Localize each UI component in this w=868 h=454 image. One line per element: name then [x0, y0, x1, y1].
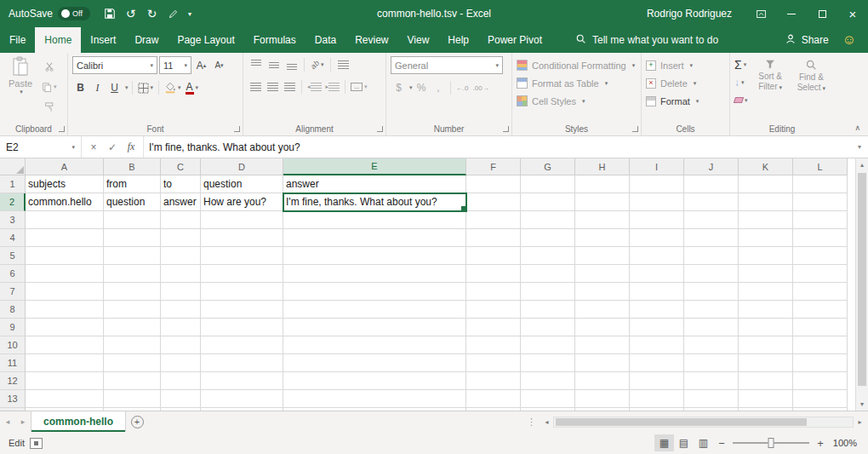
- cell-L4[interactable]: [793, 229, 848, 247]
- scroll-right-icon[interactable]: ▸: [854, 418, 866, 426]
- cell-B1[interactable]: from: [104, 175, 161, 193]
- row-header-10[interactable]: 10: [0, 336, 26, 354]
- conditional-formatting-button[interactable]: Conditional Formatting ▾: [517, 56, 637, 74]
- ribbon-display-options-icon[interactable]: [745, 0, 776, 27]
- autosum-button[interactable]: Σ▾: [734, 56, 748, 72]
- italic-button[interactable]: I: [89, 79, 106, 96]
- cell-K2[interactable]: [739, 193, 793, 211]
- cell-K3[interactable]: [739, 211, 793, 229]
- cell-J3[interactable]: [684, 211, 739, 229]
- collapse-ribbon-icon[interactable]: ∧: [847, 120, 868, 135]
- merge-center-icon[interactable]: ↔▾: [349, 78, 369, 95]
- cell-A3[interactable]: [26, 211, 104, 229]
- cell-E4[interactable]: [283, 229, 466, 247]
- cell-F5[interactable]: [466, 247, 521, 265]
- cell-C7[interactable]: [161, 283, 201, 301]
- row-header-8[interactable]: 8: [0, 301, 26, 319]
- scroll-down-icon[interactable]: ▾: [856, 398, 868, 411]
- cell-A11[interactable]: [26, 354, 104, 372]
- cell-B2[interactable]: question: [104, 193, 161, 211]
- cell-G8[interactable]: [521, 301, 575, 319]
- cell-E11[interactable]: [283, 354, 466, 372]
- cell-G6[interactable]: [521, 265, 575, 283]
- decrease-font-size-icon[interactable]: A▾: [211, 57, 227, 74]
- tab-power-pivot[interactable]: Power Pivot: [478, 27, 551, 53]
- increase-font-size-icon[interactable]: A▴: [193, 57, 209, 74]
- row-header-4[interactable]: 4: [0, 229, 26, 247]
- cell-K10[interactable]: [739, 336, 793, 354]
- cell-C8[interactable]: [161, 301, 201, 319]
- cell-I8[interactable]: [630, 301, 684, 319]
- row-header-13[interactable]: 13: [0, 390, 26, 408]
- middle-align-icon[interactable]: [266, 56, 282, 73]
- sheet-nav-left-icon[interactable]: ◂: [0, 411, 15, 432]
- cell-H10[interactable]: [575, 336, 630, 354]
- row-header-2[interactable]: 2: [0, 193, 26, 211]
- column-header-K[interactable]: K: [739, 158, 793, 175]
- tell-me-search[interactable]: Tell me what you want to do: [575, 27, 718, 53]
- number-format-select[interactable]: General▾: [391, 56, 503, 74]
- cell-A1[interactable]: subjects: [26, 175, 104, 193]
- column-header-D[interactable]: D: [201, 158, 283, 175]
- cell-E13[interactable]: [283, 390, 466, 408]
- cell-F11[interactable]: [466, 354, 521, 372]
- cell-F1[interactable]: [466, 175, 521, 193]
- tab-scroll-splitter[interactable]: ⋮: [523, 411, 540, 432]
- cell-D3[interactable]: [201, 211, 283, 229]
- vertical-scrollbar[interactable]: ▴ ▾: [855, 158, 868, 411]
- cell-I10[interactable]: [630, 336, 684, 354]
- macro-record-button[interactable]: [30, 438, 43, 449]
- font-dialog-launcher-icon[interactable]: [234, 126, 240, 132]
- cell-I5[interactable]: [630, 247, 684, 265]
- cell-H9[interactable]: [575, 319, 630, 336]
- styles-dialog-launcher-icon[interactable]: [632, 126, 638, 132]
- cell-K7[interactable]: [739, 283, 793, 301]
- cell-I1[interactable]: [630, 175, 684, 193]
- cell-K11[interactable]: [739, 354, 793, 372]
- cell-I14[interactable]: [630, 408, 684, 411]
- cell-L1[interactable]: [793, 175, 848, 193]
- cell-G1[interactable]: [521, 175, 575, 193]
- cell-D8[interactable]: [201, 301, 283, 319]
- cell-A9[interactable]: [26, 319, 104, 336]
- cell-D11[interactable]: [201, 354, 283, 372]
- cell-K13[interactable]: [739, 390, 793, 408]
- cell-C4[interactable]: [161, 229, 201, 247]
- underline-button[interactable]: U: [106, 79, 123, 96]
- cell-F2[interactable]: [466, 193, 521, 211]
- column-header-A[interactable]: A: [26, 158, 104, 175]
- cell-A7[interactable]: [26, 283, 104, 301]
- cell-E9[interactable]: [283, 319, 466, 336]
- cell-I3[interactable]: [630, 211, 684, 229]
- increase-decimal-icon[interactable]: ←.0: [454, 79, 471, 96]
- cell-L11[interactable]: [793, 354, 848, 372]
- cell-A4[interactable]: [26, 229, 104, 247]
- enter-check-icon[interactable]: ✓: [103, 141, 122, 153]
- cell-B8[interactable]: [104, 301, 161, 319]
- cell-K5[interactable]: [739, 247, 793, 265]
- row-header-3[interactable]: 3: [0, 211, 26, 229]
- cell-J8[interactable]: [684, 301, 739, 319]
- cell-G11[interactable]: [521, 354, 575, 372]
- zoom-slider[interactable]: [733, 442, 809, 444]
- close-button[interactable]: ×: [837, 0, 868, 27]
- cell-G4[interactable]: [521, 229, 575, 247]
- tab-home[interactable]: Home: [35, 27, 81, 53]
- format-painter-icon[interactable]: [40, 99, 59, 116]
- cell-C3[interactable]: [161, 211, 201, 229]
- new-sheet-button[interactable]: +: [126, 411, 148, 432]
- cell-E3[interactable]: [283, 211, 466, 229]
- top-align-icon[interactable]: [248, 56, 264, 73]
- column-header-G[interactable]: G: [521, 158, 575, 175]
- cell-E10[interactable]: [283, 336, 466, 354]
- tab-help[interactable]: Help: [438, 27, 478, 53]
- cell-H6[interactable]: [575, 265, 630, 283]
- cell-H13[interactable]: [575, 390, 630, 408]
- cell-J7[interactable]: [684, 283, 739, 301]
- currency-dropdown-icon[interactable]: ▾: [409, 84, 413, 91]
- cell-B9[interactable]: [104, 319, 161, 336]
- cell-F7[interactable]: [466, 283, 521, 301]
- cell-L7[interactable]: [793, 283, 848, 301]
- cell-B13[interactable]: [104, 390, 161, 408]
- cell-F8[interactable]: [466, 301, 521, 319]
